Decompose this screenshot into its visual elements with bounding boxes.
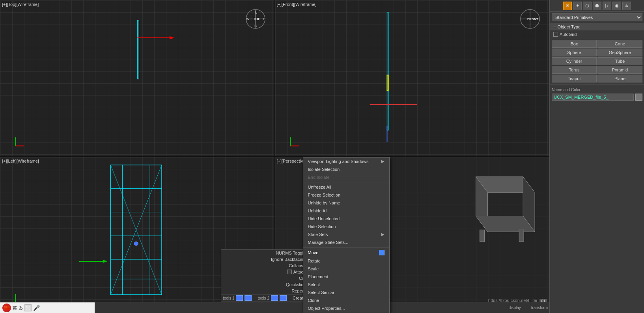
menu-item-unhide-all[interactable]: Unhide All <box>303 207 389 215</box>
pyramid-btn[interactable]: Pyramid <box>597 66 642 74</box>
menu-item-viewport-lighting[interactable]: Viewport Lighting and Shadows ▶ <box>303 157 389 165</box>
attach-checkbox[interactable] <box>287 270 292 274</box>
menu-item-select-similar[interactable]: Select Similar <box>303 289 389 296</box>
color-swatch[interactable] <box>635 94 642 101</box>
transform-label: transform <box>531 306 548 310</box>
menu-item-manage-state-sets-label: Manage State Sets... <box>308 240 349 245</box>
svg-rect-18 <box>387 75 388 91</box>
name-input[interactable] <box>552 94 634 101</box>
quickslice-row[interactable]: Quickslice <box>221 281 307 288</box>
menu-item-unhide-all-label: Unhide All <box>308 208 328 213</box>
menu-item-unfreeze-all[interactable]: Unfreeze All <box>303 183 389 191</box>
menu-item-hide-unselected[interactable]: Hide Unselected <box>303 215 389 223</box>
cone-btn[interactable]: Cone <box>597 40 642 48</box>
menu-item-hide-selection-label: Hide Selection <box>308 224 336 229</box>
box-btn[interactable]: Box <box>552 40 597 48</box>
geosphere-btn[interactable]: GeoSphere <box>597 49 642 56</box>
menu-item-move[interactable]: Move <box>303 248 389 257</box>
sphere-btn[interactable]: Sphere <box>552 49 597 56</box>
name-input-row <box>552 94 642 101</box>
cylinder-btn[interactable]: Cylinder <box>552 57 597 65</box>
section-collapse-btn[interactable]: − <box>553 24 556 29</box>
object-type-label: Object Type <box>557 24 581 29</box>
display-icon-btn[interactable]: ◉ <box>612 2 621 10</box>
teapot-btn[interactable]: Teapot <box>552 75 597 82</box>
menu-item-freeze-selection[interactable]: Freeze Selection <box>303 191 389 199</box>
menu-item-isolate-selection[interactable]: Isolate Selection <box>303 165 389 173</box>
menu-item-unhide-by-name[interactable]: Unhide by Name <box>303 199 389 207</box>
menu-item-freeze-label: Freeze Selection <box>308 193 341 197</box>
menu-item-end-isolate: End Isolate <box>303 173 389 181</box>
right-panel-top-toolbar: ☀ ✦ ⬡ ⬢ ▷ ◉ ≋ <box>550 0 644 12</box>
menu-item-hide-selection[interactable]: Hide Selection <box>303 223 389 231</box>
svg-rect-17 <box>387 12 388 130</box>
primitives-dropdown-container[interactable]: Standard Primitives <box>550 12 644 23</box>
autogrid-label: AutoGrid <box>560 32 577 37</box>
menu-item-unhide-name-label: Unhide by Name <box>308 201 340 205</box>
menu-item-select-label: Select <box>308 282 320 287</box>
create-blue-btn1[interactable] <box>236 295 243 301</box>
tools1-create-label: tools 1 <box>223 296 234 300</box>
cut-row[interactable]: Cut <box>221 275 307 281</box>
svg-marker-35 <box>103 260 108 263</box>
menu-item-object-properties[interactable]: Object Properties... <box>303 304 389 312</box>
object-type-header: − Object Type <box>550 23 644 30</box>
ignore-backfacing-row[interactable]: Ignore Backfacing <box>221 256 307 262</box>
menu-item-state-sets[interactable]: State Sets ▶ <box>303 231 389 238</box>
menu-item-placement-label: Placement <box>308 274 329 279</box>
viewports-area: [+][Top][Wireframe] N S W E TOP <box>0 0 549 313</box>
menu-item-viewport-lighting-label: Viewport Lighting and Shadows <box>308 159 369 164</box>
viewport-top[interactable]: [+][Top][Wireframe] N S W E TOP <box>0 0 275 157</box>
menu-item-scale[interactable]: Scale <box>303 265 389 273</box>
create-icon-btn[interactable]: ✦ <box>573 2 582 10</box>
collapse-row[interactable]: Collapse <box>221 262 307 269</box>
attach-row[interactable]: Attach <box>221 269 307 275</box>
create-blue-btn3[interactable] <box>271 295 278 301</box>
menu-item-clone-label: Clone <box>308 298 319 303</box>
menu-item-clone[interactable]: Clone <box>303 296 389 304</box>
nurms-label: NURMS Toggle <box>276 251 306 255</box>
create-blue-btn4[interactable] <box>280 295 287 301</box>
viewport-label-front: [+][Front][Wireframe] <box>277 2 317 7</box>
viewport-label-left: [+][Left][Wireframe] <box>2 159 39 163</box>
ignore-backfacing-label: Ignore Backfacing <box>271 257 306 262</box>
repeat-row[interactable]: Repeat <box>221 288 307 294</box>
nurms-row[interactable]: NURMS Toggle <box>221 250 307 256</box>
tube-btn[interactable]: Tube <box>597 57 642 65</box>
name-label: Name and Color <box>552 88 581 92</box>
primitives-select[interactable]: Standard Primitives <box>552 13 642 21</box>
menu-item-move-check <box>379 250 385 255</box>
viewport-label-perspective: [+][Perspective] <box>277 159 307 163</box>
svg-rect-42 <box>480 230 484 242</box>
create-row: tools 1 tools 2 Create <box>221 294 307 302</box>
viewport-label-top: [+][Top][Wireframe] <box>2 2 39 7</box>
menu-item-isolate-label: Isolate Selection <box>308 167 340 172</box>
modify-icon-btn[interactable]: ⬡ <box>583 2 592 10</box>
hierarchy-icon-btn[interactable]: ⬢ <box>593 2 601 10</box>
menu-item-unfreeze-label: Unfreeze All <box>308 185 331 189</box>
menu-item-placement[interactable]: Placement <box>303 273 389 281</box>
tools2-create-label: tools 2 <box>258 296 269 300</box>
context-menu: Viewport Lighting and Shadows ▶ Isolate … <box>303 157 390 313</box>
menu-item-rotate[interactable]: Rotate <box>303 257 389 265</box>
svg-rect-8 <box>137 20 139 79</box>
plane-btn[interactable]: Plane <box>597 75 642 82</box>
menu-item-hide-unselected-label: Hide Unselected <box>308 216 340 221</box>
autogrid-row: AutoGrid <box>550 30 644 38</box>
context-menu-sep-1 <box>303 182 389 182</box>
autogrid-checkbox[interactable] <box>553 32 558 37</box>
utilities-icon-btn[interactable]: ≋ <box>622 2 631 10</box>
front-viewport-objects <box>275 0 549 156</box>
torus-btn[interactable]: Torus <box>552 66 597 74</box>
viewport-perspective[interactable]: [+][Perspective] <box>275 157 550 313</box>
menu-item-manage-state-sets[interactable]: Manage State Sets... <box>303 238 389 246</box>
motion-icon-btn[interactable]: ▷ <box>603 2 611 10</box>
create-blue-btn2[interactable] <box>245 295 252 301</box>
sun-icon-btn[interactable]: ☀ <box>563 2 572 10</box>
primitive-buttons-grid: Box Cone Sphere GeoSphere Cylinder Tube … <box>550 38 644 84</box>
menu-item-select[interactable]: Select <box>303 281 389 289</box>
svg-marker-10 <box>170 36 174 39</box>
menu-item-object-properties-label: Object Properties... <box>308 306 345 311</box>
menu-item-state-sets-arrow: ▶ <box>381 232 385 236</box>
viewport-front[interactable]: [+][Front][Wireframe] FRONT <box>275 0 550 157</box>
